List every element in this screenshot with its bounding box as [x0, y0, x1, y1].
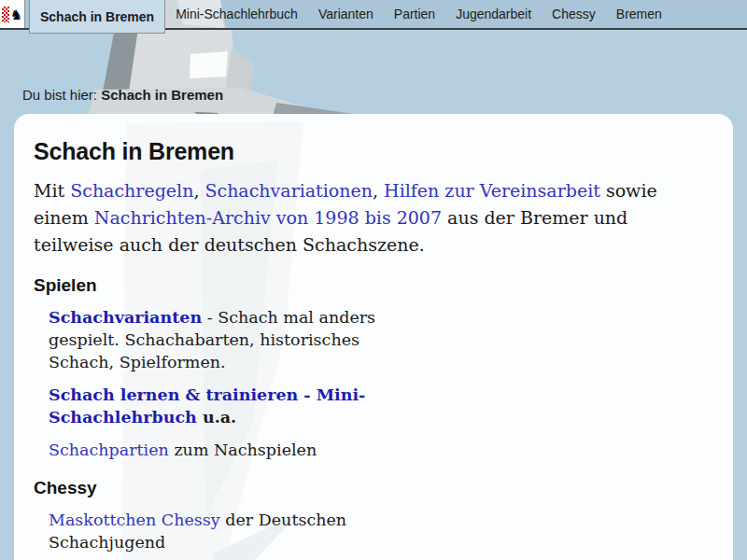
tab-partien[interactable]: Partien — [384, 0, 445, 28]
intro-text: Mit — [34, 180, 70, 201]
intro-link-schachvariationen[interactable]: Schachvariationen — [204, 180, 373, 201]
intro-text: , — [373, 180, 384, 201]
top-navigation: ♞ Schach in BremenMini-SchachlehrbuchVar… — [0, 0, 747, 30]
item-link-maskottchen-chessy[interactable]: Maskottchen Chessy — [49, 511, 220, 529]
section-heading-chessy: Chessy — [34, 478, 713, 498]
item-link-schachpartien[interactable]: Schachpartien — [49, 441, 169, 459]
section-heading-spielen: Spielen — [34, 275, 713, 296]
intro-paragraph: Mit Schachregeln, Schachvariationen, Hil… — [34, 177, 695, 259]
tab-jugendarbeit[interactable]: Jugendarbeit — [445, 0, 542, 28]
list-item: Schachvarianten - Schach mal anders gesp… — [49, 306, 396, 373]
list-item: Maskottchen Chessy der Deutschen Schachj… — [49, 509, 396, 553]
list-item: Schachpartien zum Nachspielen — [49, 439, 396, 461]
intro-link-schachregeln[interactable]: Schachregeln — [70, 180, 193, 201]
intro-link-hilfen-zur-vereinsarbeit[interactable]: Hilfen zur Vereinsarbeit — [384, 180, 600, 201]
tab-bar: Schach in BremenMini-SchachlehrbuchVaria… — [25, 0, 672, 34]
list-item: Schach lernen & trainieren - Mini-Schach… — [49, 384, 396, 428]
intro-link-nachrichten-archiv-von-1998-bis-2007[interactable]: Nachrichten-Archiv von 1998 bis 2007 — [94, 207, 442, 228]
breadcrumb-prefix: Du bist hier: — [22, 87, 101, 103]
knight-icon: ♞ — [10, 7, 22, 21]
section-items-chessy: Maskottchen Chessy der Deutschen Schachj… — [49, 509, 713, 553]
section-items-spielen: Schachvarianten - Schach mal anders gesp… — [49, 306, 713, 461]
tab-chessy[interactable]: Chessy — [542, 0, 606, 28]
item-description: u.a. — [197, 408, 236, 427]
tab-schach-in-bremen[interactable]: Schach in Bremen — [29, 0, 165, 34]
page-title: Schach in Bremen — [34, 138, 713, 165]
content-card: Schach in Bremen Mit Schachregeln, Schac… — [14, 114, 733, 560]
breadcrumb-current-page: Schach in Bremen — [101, 87, 223, 103]
tab-varianten[interactable]: Varianten — [308, 0, 384, 28]
site-logo[interactable]: ♞ — [0, 0, 25, 28]
content-sections: SpielenSchachvarianten - Schach mal ande… — [34, 275, 713, 553]
tab-bremen[interactable]: Bremen — [606, 0, 672, 28]
item-description: zum Nachspielen — [169, 441, 317, 459]
bremen-flag-icon — [2, 7, 9, 22]
item-link-schachvarianten[interactable]: Schachvarianten — [49, 308, 202, 327]
intro-text: , — [193, 180, 204, 201]
breadcrumb: Du bist hier: Schach in Bremen — [22, 87, 223, 103]
tab-mini-schachlehrbuch[interactable]: Mini-Schachlehrbuch — [165, 0, 308, 28]
